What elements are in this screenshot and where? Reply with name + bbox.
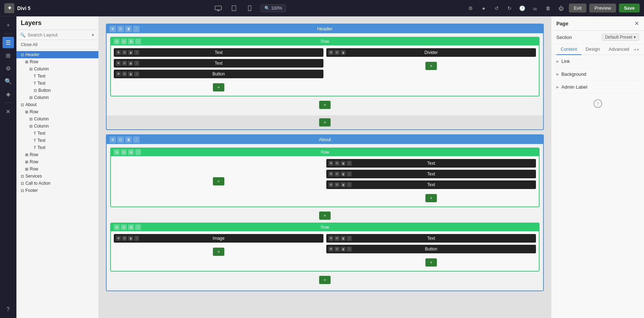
duplicate-section-icon[interactable]: ⊡ [117,136,124,143]
tree-item-text5[interactable]: T Text [16,144,98,151]
del-mod-icon[interactable]: 🗑 [128,236,133,241]
zoom-control[interactable]: 🔍 100% [260,4,286,12]
tree-item-btn1[interactable]: ⊡ Button [16,87,98,94]
tree-item-col4[interactable]: ⊟ Column [16,123,98,130]
tree-item-header[interactable]: ⊡ Header [16,51,98,58]
tablet-view-button[interactable] [229,4,239,13]
settings-section-icon[interactable]: ⚙ [109,136,116,143]
del-mod-icon[interactable]: 🗑 [341,236,346,241]
rp-close-button[interactable]: ✕ [634,20,639,27]
tree-item-col1[interactable]: ⊟ Column [16,65,98,73]
add-about-row-button[interactable]: ＋ [319,212,331,220]
dup-mod-icon[interactable]: ⊡ [122,71,127,76]
dup-mod-icon[interactable]: ⊡ [335,182,340,187]
tab-design[interactable]: Design [581,44,604,55]
settings-mod-icon[interactable]: ⚙ [328,161,333,166]
delete-section-icon[interactable]: 🗑 [125,26,132,32]
add-col1-module-button[interactable]: ＋ [213,83,224,91]
dup-mod-icon[interactable]: ⊡ [335,247,340,252]
dup-mod-icon[interactable]: ⊡ [335,236,340,241]
help-circle-icon[interactable]: ? [594,99,602,108]
tools-icon[interactable]: ✕ [3,106,14,117]
desktop-view-button[interactable] [213,4,223,13]
duplicate-row-icon[interactable]: ⊡ [121,224,127,230]
tree-item-cta[interactable]: ⊡ Call to Action [16,180,98,187]
tree-item-row1[interactable]: ⊞ Row [16,58,98,65]
about-image-module[interactable]: ⚙ ⊡ 🗑 ⋮ Image [114,234,323,243]
next-tab-icon[interactable]: ▸ [637,47,639,52]
add-about-col2-button[interactable]: ＋ [425,194,437,202]
add-about-row2-button[interactable]: ＋ [319,276,331,284]
acc-admin-label-header[interactable]: ▶ Admin Label [556,81,639,93]
settings-mod-icon[interactable]: ⚙ [116,50,121,55]
more-row-icon[interactable]: ⋮ [135,39,141,44]
more-row-icon[interactable]: ⋮ [135,224,141,230]
tab-advanced[interactable]: Advanced [604,44,634,55]
tree-item-text4[interactable]: T Text [16,137,98,144]
tree-item-text1[interactable]: T Text [16,73,98,80]
more-mod-icon[interactable]: ⋮ [347,236,352,241]
settings-mod-icon[interactable]: ⚙ [116,236,121,241]
more-section-icon[interactable]: ⋮ [133,26,140,32]
dup-mod-icon[interactable]: ⊡ [122,236,127,241]
dup-mod-icon[interactable]: ⊡ [335,172,340,177]
more-mod-icon[interactable]: ⋮ [134,50,139,55]
add-image-col-button[interactable]: ＋ [213,248,224,256]
more-section-icon[interactable]: ⋮ [133,136,140,143]
tree-item-row4[interactable]: ⊞ Row [16,158,98,165]
more-mod-icon[interactable]: ⋮ [134,61,139,66]
settings-row-icon[interactable]: ⚙ [114,39,119,44]
save-button[interactable]: Save [619,4,640,13]
tree-item-col3[interactable]: ⊟ Column [16,115,98,123]
dup-mod-icon[interactable]: ⊡ [335,161,340,166]
undo-icon[interactable]: ↺ [492,3,502,13]
header-text2-module[interactable]: ⚙ ⊡ 🗑 ⋮ Text [114,59,323,68]
about-row2-text-module[interactable]: ⚙ ⊡ 🗑 ⋮ Text [326,234,536,243]
settings-row-icon[interactable]: ⚙ [114,149,119,155]
del-mod-icon[interactable]: 🗑 [341,182,346,187]
close-all-button[interactable]: Close All [16,40,98,50]
more-mod-icon[interactable]: ⋮ [347,172,352,177]
del-mod-icon[interactable]: 🗑 [128,50,133,55]
del-mod-icon[interactable]: 🗑 [128,61,133,66]
more-mod-icon[interactable]: ⋮ [347,182,352,187]
settings-mod-icon[interactable]: ⚙ [116,71,121,76]
style-icon[interactable]: ◈ [3,88,14,100]
prev-tab-icon[interactable]: ◂ [634,47,636,52]
dup-mod-icon[interactable]: ⊡ [335,50,340,55]
settings-row-icon[interactable]: ⚙ [114,224,119,230]
tree-item-text3[interactable]: T Text [16,130,98,137]
settings-mod-icon[interactable]: ⚙ [116,61,121,66]
tree-item-services[interactable]: ⊡ Services [16,173,98,180]
add-header-row-button[interactable]: ＋ [319,101,331,109]
layers-icon[interactable]: ☰ [3,37,14,48]
grid-row-icon[interactable]: ⊞ [128,224,134,230]
filter-icon[interactable]: ▼ [91,33,95,37]
add-module-icon[interactable]: ＋ [3,19,14,31]
tree-item-text2[interactable]: T Text [16,80,98,87]
settings-mod-icon[interactable]: ⚙ [328,172,333,177]
header-divider-module[interactable]: ⚙ ⊡ 🗑 Divider [326,48,536,57]
about-text1-module[interactable]: ⚙ ⊡ 🗑 ⋮ Text [326,159,536,168]
del-mod-icon[interactable]: 🗑 [341,172,346,177]
dup-mod-icon[interactable]: ⊡ [122,61,127,66]
header-button-module[interactable]: ⚙ ⊡ 🗑 ⋮ Button [114,70,323,78]
acc-link-header[interactable]: ▶ Link [556,55,639,68]
duplicate-row-icon[interactable]: ⊡ [121,39,127,44]
layers-search-input[interactable] [28,32,89,38]
power-icon[interactable]: ⏻ [556,3,566,13]
settings-icon[interactable]: ⚙ [466,3,476,13]
more-mod-icon[interactable]: ⋮ [347,247,352,252]
del-mod-icon[interactable]: 🗑 [341,161,346,166]
del-mod-icon[interactable]: 🗑 [128,71,133,76]
tree-item-row3[interactable]: ⊞ Row [16,151,98,158]
about-text2-module[interactable]: ⚙ ⊡ 🗑 ⋮ Text [326,170,536,178]
duplicate-row-icon[interactable]: ⊡ [121,149,127,155]
tree-item-row2[interactable]: ⊞ Row [16,108,98,115]
del-mod-icon[interactable]: 🗑 [341,50,346,55]
layout-icon[interactable]: ⚌ [530,3,540,13]
settings-mod-icon[interactable]: ⚙ [328,182,333,187]
history-icon[interactable]: 🕐 [517,3,527,13]
settings-mod-icon[interactable]: ⚙ [328,236,333,241]
dup-mod-icon[interactable]: ⊡ [122,50,127,55]
